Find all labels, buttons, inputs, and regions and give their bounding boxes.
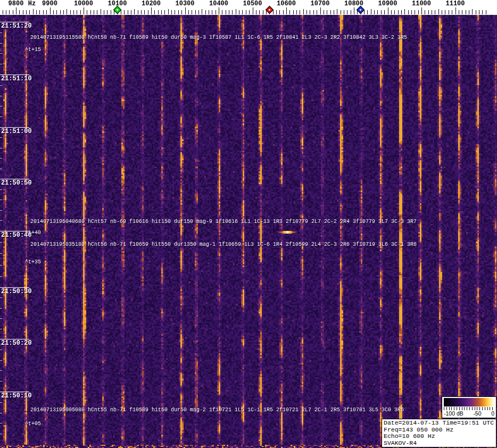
time-tick-label: 21:51:20 [1,22,32,30]
time-tick: 21:50:50 [0,179,32,187]
freq-unit-label: Hz [28,0,36,7]
event-annotation: 20140713195035180 hCnt56 nb-71 f10659 hi… [30,242,417,247]
event-annotation: 20140713195115580 hCnt58 nb-71 f10589 hi… [30,35,407,40]
freq-tick-label: 10700 [310,0,329,7]
caret-annotation: ^t+35 [25,259,41,265]
freq-tick-label: 10500 [243,0,262,7]
event-annotation: 20140713195040680 hCnt57 nb-69 f10616 hi… [30,219,417,225]
colorbar-label-min: -100 dB [444,410,463,417]
freq-tick-label: 10200 [142,0,161,7]
time-tick: 21:51:00 [0,127,32,135]
colorbar-label-mid: -50 [473,410,481,417]
colorbar-label-max: 0 [491,410,494,417]
info-line-echo: Echo=10 600 Hz [384,433,496,440]
spectrogram-canvas[interactable] [0,15,497,448]
caret-annotation: ^t+40 [25,230,41,236]
time-tick-label: 21:51:00 [1,128,32,135]
time-tick-label: 21:50:20 [1,339,32,347]
marker-diamond-center-dot [360,9,362,11]
time-tick-label: 21:51:10 [1,75,32,82]
caret-annotation: ^t+15 [25,47,41,53]
meteor-spectrogram-screen: 9800990010000101001020010300104001050010… [0,0,497,448]
time-tick-label: 21:50:50 [1,179,32,187]
freq-tick-label: 10000 [74,0,93,7]
info-line-station: SVAKOV-R4 [384,440,496,447]
frequency-ruler: 9800990010000101001020010300104001050010… [0,0,497,15]
spectrogram[interactable]: 21:51:2021:51:1021:51:0021:50:5021:50:40… [0,15,497,448]
time-tick-label: 21:50:10 [1,392,32,400]
caret-annotation: ^t+05 [25,421,41,427]
marker-diamond-center-dot [116,9,118,11]
marker-diamond-center-dot [268,9,270,11]
info-line-date-time: Date=2014-07-13 Time=19:51 UTC [384,420,496,427]
colorbar-gradient [444,398,494,406]
colorbar: -100 dB -50 0 [442,396,496,418]
time-tick: 21:50:10 [0,392,32,400]
time-tick: 21:51:10 [0,74,32,82]
freq-tick-label: 10600 [277,0,296,7]
freq-tick-label: 9800 [9,0,24,7]
time-tick: 21:51:20 [0,22,32,30]
time-tick: 21:50:30 [0,287,32,295]
time-tick: 21:50:20 [0,339,32,347]
freq-tick-label: 10300 [175,0,194,7]
freq-tick-label: 11100 [445,0,465,7]
info-box: Date=2014-07-13 Time=19:51 UTC Freq=143 … [382,419,496,447]
time-tick-label: 21:50:30 [1,288,32,295]
freq-tick-label: 10400 [209,0,228,7]
freq-tick-label: 11000 [412,0,431,7]
freq-tick-label: 9900 [42,0,57,7]
freq-tick-label: 10900 [378,0,397,7]
event-annotation: 20140713195005080 hCnt55 nb-71 f10589 hi… [30,407,404,413]
